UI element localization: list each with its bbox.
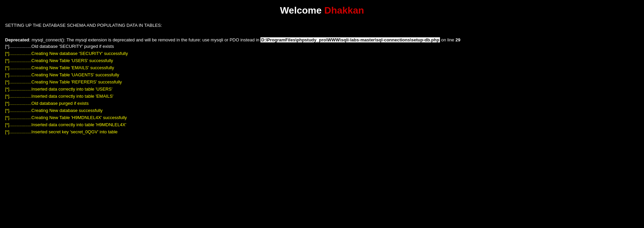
deprecated-line-label: on line bbox=[441, 37, 454, 42]
content-area: SETTING UP THE DATABASE SCHEMA AND POPUL… bbox=[0, 19, 644, 140]
status-line: [*]..................Inserted secret key… bbox=[5, 129, 639, 134]
deprecated-line-num: 29 bbox=[455, 37, 460, 42]
status-line: [*]..................Creating New databa… bbox=[5, 108, 639, 113]
status-line: [*]..................Creating New Table … bbox=[5, 58, 639, 63]
status-line: [*]..................Old database purged… bbox=[5, 101, 639, 106]
status-line: [*]..................Creating New Table … bbox=[5, 72, 639, 77]
status-line: [*]..................Inserted data corre… bbox=[5, 122, 639, 127]
status-line: [*]..................Creating New databa… bbox=[5, 51, 639, 56]
status-line: [*]..................Old database 'SECUR… bbox=[5, 44, 639, 49]
status-line: [*]..................Creating New Table … bbox=[5, 79, 639, 84]
status-line: [*]..................Creating New Table … bbox=[5, 115, 639, 120]
deprecated-text: : mysql_connect(): The mysql extension i… bbox=[29, 37, 259, 42]
status-line: [*]..................Creating New Table … bbox=[5, 65, 639, 70]
page-heading: SETTING UP THE DATABASE SCHEMA AND POPUL… bbox=[5, 23, 639, 28]
deprecated-path: D:\ProgramFiles\phpstudy_pro\WWW\sqli-la… bbox=[260, 37, 440, 42]
status-line: [*]..................Inserted data corre… bbox=[5, 94, 639, 99]
deprecated-label: Deprecated bbox=[5, 37, 29, 42]
deprecated-message: Deprecated: mysql_connect(): The mysql e… bbox=[5, 37, 639, 42]
username-text: Dhakkan bbox=[324, 5, 364, 16]
status-lines-container: [*]..................Old database 'SECUR… bbox=[5, 44, 639, 134]
status-line: [*]..................Inserted data corre… bbox=[5, 87, 639, 92]
welcome-text: Welcome bbox=[280, 5, 321, 16]
header: WelcomeDhakkan bbox=[0, 0, 644, 19]
